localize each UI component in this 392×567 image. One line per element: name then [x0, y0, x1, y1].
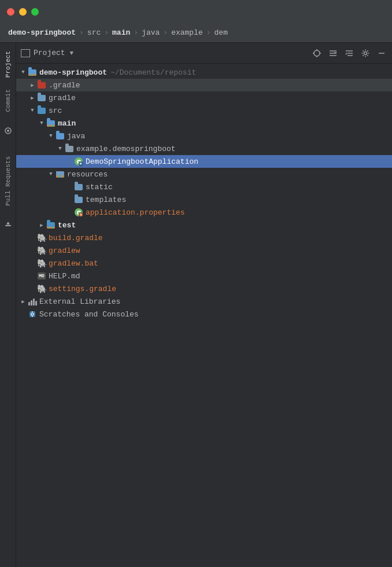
tree-item-templates[interactable]: templates — [16, 193, 392, 206]
breadcrumb-java[interactable]: java — [142, 28, 160, 37]
tree-item-example[interactable]: example.demospringboot — [16, 142, 392, 155]
file-tree[interactable]: demo-springboot ~/Documents/reposit .gra… — [16, 64, 392, 567]
arrow-help-md — [28, 271, 37, 281]
breadcrumb-root[interactable]: demo-springboot — [8, 28, 76, 37]
tree-item-gradle-folder[interactable]: gradle — [16, 91, 392, 104]
sidebar-item-commit[interactable]: Commit — [0, 83, 16, 118]
sidebar-item-project[interactable]: Project — [0, 45, 16, 83]
arrow-resources — [46, 170, 56, 179]
gradlew-bat-label: gradlew.bat — [49, 259, 98, 268]
tree-item-gradlew[interactable]: 🐘 gradlew — [16, 244, 392, 257]
demo-app-icon: ▶ — [74, 157, 83, 166]
test-label: test — [58, 221, 76, 230]
resources-folder-icon — [56, 170, 65, 179]
tree-item-ext-libraries[interactable]: External Libraries — [16, 295, 392, 308]
breadcrumb-dem[interactable]: dem — [215, 28, 228, 37]
gradlew-icon: 🐘 — [37, 246, 46, 255]
gradlew-label: gradlew — [49, 246, 80, 255]
svg-rect-2 — [5, 225, 11, 226]
sidebar-tabs: Project Commit Pull Requests — [0, 43, 16, 567]
example-folder-icon — [65, 144, 74, 153]
gradle-hidden-label: .gradle — [49, 81, 80, 90]
settings-gradle-label: settings.gradle — [49, 285, 116, 293]
main-area: Project Commit Pull Requests Project ▼ — [0, 43, 392, 567]
breadcrumb-src[interactable]: src — [87, 28, 101, 37]
tree-item-java[interactable]: java — [16, 130, 392, 142]
breadcrumb-main[interactable]: main — [112, 28, 130, 37]
push-icon[interactable] — [0, 216, 16, 233]
tree-item-src[interactable]: src — [16, 104, 392, 117]
sidebar-commit-label: Commit — [2, 83, 14, 118]
root-folder-icon — [28, 68, 37, 77]
maximize-button[interactable] — [31, 8, 39, 16]
demo-app-label: DemoSpringbootApplication — [86, 157, 198, 166]
close-button[interactable] — [7, 8, 14, 16]
root-path: ~/Documents/reposit — [110, 68, 196, 77]
arrow-gradlew-bat — [28, 259, 37, 268]
tree-item-settings-gradle[interactable]: 🐘 settings.gradle — [16, 282, 392, 295]
tree-item-demo-app[interactable]: ▶ DemoSpringbootApplication — [16, 155, 392, 168]
arrow-app-properties — [65, 208, 74, 217]
project-panel: Project ▼ — [16, 43, 392, 567]
project-panel-icon — [21, 49, 30, 57]
arrow-build-gradle — [28, 233, 37, 242]
tree-item-build-gradle[interactable]: 🐘 build.gradle — [16, 231, 392, 244]
tree-item-help-md[interactable]: MD HELP.md — [16, 270, 392, 282]
bookmark-icon[interactable] — [0, 123, 16, 139]
main-label: main — [58, 119, 76, 128]
example-label: example.demospringboot — [76, 145, 176, 153]
tree-item-root[interactable]: demo-springboot ~/Documents/reposit — [16, 66, 392, 79]
arrow-root — [19, 68, 28, 77]
sidebar-item-pull-requests[interactable]: Pull Requests — [0, 150, 16, 212]
arrow-main — [37, 119, 46, 128]
build-gradle-label: build.gradle — [49, 234, 103, 242]
settings-icon[interactable] — [360, 47, 371, 59]
arrow-templates — [65, 195, 74, 204]
root-label: demo-springboot — [39, 68, 107, 77]
tree-item-resources[interactable]: resources — [16, 168, 392, 181]
arrow-java — [46, 131, 56, 141]
breadcrumb-example[interactable]: example — [171, 28, 203, 37]
expand-all-icon[interactable] — [343, 47, 355, 59]
collapse-all-icon[interactable] — [327, 47, 339, 59]
panel-actions — [311, 47, 387, 59]
tree-item-gradlew-bat[interactable]: 🐘 gradlew.bat — [16, 257, 392, 270]
scratches-icon — [28, 310, 37, 319]
sidebar-project-label: Project — [2, 45, 14, 83]
tree-item-static[interactable]: static — [16, 181, 392, 193]
src-label: src — [49, 106, 62, 115]
java-folder-icon — [56, 131, 65, 141]
arrow-src — [28, 106, 37, 115]
arrow-ext-libraries — [19, 297, 28, 306]
scratches-label: Scratches and Consoles — [39, 310, 139, 319]
svg-point-15 — [364, 51, 367, 54]
panel-header: Project ▼ — [16, 43, 392, 64]
static-label: static — [86, 183, 113, 192]
ext-libraries-icon — [28, 297, 37, 306]
tree-item-gradle-hidden[interactable]: .gradle — [16, 79, 392, 91]
build-gradle-icon: 🐘 — [37, 233, 46, 242]
minimize-button[interactable] — [19, 8, 27, 16]
svg-point-4 — [314, 50, 320, 56]
locate-icon[interactable] — [311, 47, 323, 59]
main-folder-icon — [46, 119, 56, 128]
panel-dropdown-icon[interactable]: ▼ — [70, 50, 74, 57]
templates-label: templates — [86, 196, 126, 204]
tree-item-scratches[interactable]: Scratches and Consoles — [16, 308, 392, 321]
arrow-scratches — [19, 310, 28, 319]
gradle-folder-icon — [37, 93, 46, 102]
help-md-label: HELP.md — [49, 272, 80, 281]
breadcrumb: demo-springboot › src › main › java › ex… — [0, 23, 392, 43]
arrow-gradlew — [28, 246, 37, 255]
gradle-hidden-folder-icon — [37, 80, 46, 90]
minimize-panel-icon[interactable] — [376, 47, 387, 59]
arrow-demo-app — [65, 157, 74, 166]
src-folder-icon — [37, 106, 46, 115]
tree-item-main[interactable]: main — [16, 117, 392, 130]
app-properties-icon: ⚙ — [74, 208, 83, 217]
gradle-folder-label: gradle — [49, 94, 76, 102]
tree-item-app-properties[interactable]: ⚙ application.properties — [16, 206, 392, 219]
tree-item-test[interactable]: test — [16, 219, 392, 231]
resources-label: resources — [67, 170, 108, 179]
sidebar-pr-label: Pull Requests — [2, 150, 14, 212]
